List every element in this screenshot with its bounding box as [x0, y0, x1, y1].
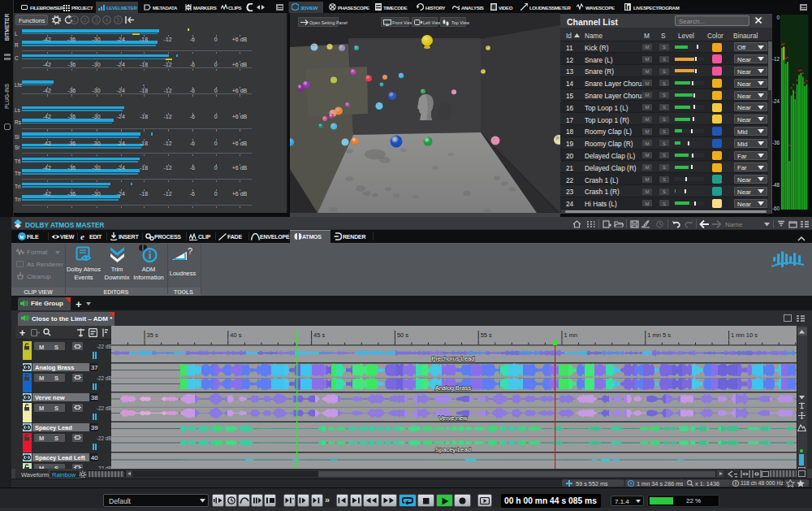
svg-text:w: w — [19, 233, 24, 240]
svg-text:2: 2 — [84, 17, 87, 23]
svg-text:1 mn 10 s: 1 mn 10 s — [731, 331, 758, 339]
svg-text:35 s: 35 s — [147, 331, 158, 339]
svg-text:e: e — [80, 232, 84, 240]
svg-text:3: 3 — [94, 17, 97, 23]
svg-text:Analog Brass: Analog Brass — [435, 384, 472, 392]
svg-text:Prechorus Lead: Prechorus Lead — [432, 355, 475, 362]
svg-text:45 s: 45 s — [313, 331, 325, 339]
svg-text:55 s: 55 s — [481, 331, 492, 339]
svg-text:4: 4 — [106, 17, 109, 23]
svg-text:Spacey Lead: Spacey Lead — [435, 446, 471, 453]
svg-text:?: ? — [188, 247, 192, 256]
svg-text:5: 5 — [116, 17, 119, 23]
svg-text:1: 1 — [72, 17, 76, 23]
svg-text:1 mn 5 s: 1 mn 5 s — [647, 331, 671, 339]
svg-text:1 mn: 1 mn — [564, 331, 578, 339]
svg-text:50 s: 50 s — [397, 331, 408, 339]
svg-text:40 s: 40 s — [230, 331, 241, 339]
svg-text:Verve new: Verve new — [438, 414, 468, 422]
